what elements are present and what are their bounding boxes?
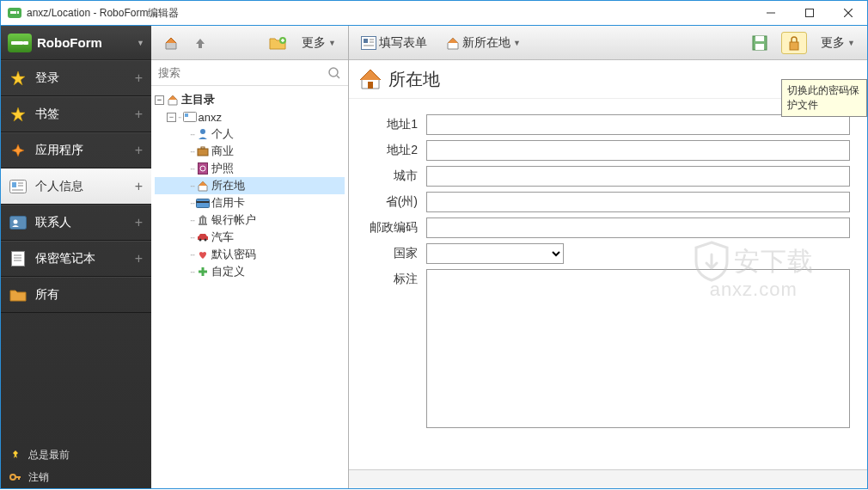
roboform-logo-icon: [8, 34, 32, 52]
search-icon[interactable]: [327, 66, 341, 80]
tree-item-location[interactable]: ···所在地: [155, 177, 345, 194]
svg-point-43: [205, 239, 207, 242]
main-more-menu[interactable]: 更多▼: [816, 33, 860, 53]
svg-rect-34: [199, 163, 208, 175]
svg-rect-40: [205, 218, 206, 224]
tree-item-car[interactable]: ···汽车: [155, 229, 345, 246]
briefcase-icon: [196, 144, 210, 158]
up-arrow-button[interactable]: [189, 34, 211, 52]
sidebar-item-label: 保密笔记本: [35, 251, 95, 266]
label-zip: 邮政编码: [358, 217, 426, 236]
state-input[interactable]: [426, 192, 850, 212]
svg-point-27: [329, 68, 338, 77]
always-on-top-toggle[interactable]: 总是最前: [1, 444, 151, 466]
tree-item-person[interactable]: ···个人: [155, 126, 345, 143]
tree-item-password[interactable]: ···默认密码: [155, 246, 345, 263]
tree-more-menu[interactable]: 更多 ▼: [296, 33, 341, 53]
sidebar-item-safenotes[interactable]: 保密笔记本 +: [1, 241, 151, 277]
home-button[interactable]: [158, 33, 184, 53]
tree-label: 护照: [211, 161, 234, 176]
tree-panel: 更多 ▼ − 主目录 − ·· anxz ···个人 ···商业 ···护照 ·…: [151, 26, 349, 488]
tree-item-custom[interactable]: ···自定义: [155, 263, 345, 280]
chevron-down-icon: ▼: [137, 39, 144, 47]
tree-item-creditcard[interactable]: ···信用卡: [155, 194, 345, 211]
logout-button[interactable]: 注销: [1, 466, 151, 488]
sidebar-item-all[interactable]: 所有: [1, 277, 151, 313]
window-titlebar: anxz/Location - RoboForm编辑器: [0, 0, 868, 26]
svg-rect-53: [755, 44, 764, 50]
tree-item-passport[interactable]: ···护照: [155, 160, 345, 177]
sidebar-item-bookmarks[interactable]: 书签 +: [1, 96, 151, 132]
plus-green-icon: [196, 265, 210, 279]
sidebar-item-login[interactable]: 登录 +: [1, 60, 151, 96]
svg-marker-9: [12, 144, 24, 156]
sidebar-item-label: 所有: [35, 287, 59, 303]
svg-rect-17: [12, 252, 25, 266]
close-button[interactable]: [828, 1, 867, 25]
brand-menu[interactable]: RoboForm ▼: [1, 26, 151, 60]
new-folder-button[interactable]: [264, 34, 291, 52]
svg-rect-38: [199, 218, 201, 224]
note-icon: [9, 250, 27, 267]
tree-folder-anxz[interactable]: − ·· anxz: [155, 108, 345, 126]
search-input[interactable]: [158, 66, 327, 79]
minimize-button[interactable]: [751, 1, 790, 25]
save-button[interactable]: [747, 33, 773, 53]
addr1-input[interactable]: [426, 114, 850, 135]
key-icon: [9, 471, 21, 483]
country-select[interactable]: [426, 243, 564, 264]
tree-item-bank[interactable]: ···银行帐户: [155, 211, 345, 229]
sidebar-item-identities[interactable]: 个人信息 +: [1, 168, 151, 205]
sidebar-item-label: 书签: [35, 107, 59, 122]
svg-rect-32: [198, 149, 208, 156]
heart-shield-icon: [196, 248, 210, 261]
footer-label: 注销: [28, 470, 49, 485]
collapse-icon[interactable]: −: [155, 95, 164, 105]
collapse-icon[interactable]: −: [167, 113, 176, 122]
main-toolbar: 填写表单 新所在地 ▼ 更多▼: [349, 26, 867, 60]
svg-rect-55: [368, 82, 373, 89]
city-input[interactable]: [426, 166, 850, 187]
svg-rect-39: [202, 218, 204, 224]
tree-label: 商业: [211, 144, 234, 159]
svg-rect-1: [10, 11, 16, 14]
svg-rect-15: [10, 217, 27, 230]
plus-icon: +: [135, 215, 143, 230]
footer-label: 总是最前: [28, 448, 70, 462]
tree-item-business[interactable]: ···商业: [155, 143, 345, 160]
pin-icon: [9, 449, 21, 461]
tree-label: 默认密码: [211, 247, 256, 262]
tree-label: 银行帐户: [211, 212, 256, 228]
tree-root[interactable]: − 主目录: [155, 91, 345, 108]
tree-label: 个人: [211, 126, 234, 142]
tree-connector: ··: [178, 113, 181, 122]
lock-toggle-button[interactable]: [781, 32, 807, 54]
svg-marker-7: [11, 71, 25, 85]
zip-input[interactable]: [426, 217, 850, 238]
search-row: [151, 60, 348, 86]
tree-label: 所在地: [211, 178, 245, 193]
svg-marker-8: [11, 107, 25, 121]
addr2-input[interactable]: [426, 140, 850, 161]
svg-point-21: [10, 475, 15, 480]
sidebar-item-contacts[interactable]: 联系人 +: [1, 205, 151, 241]
svg-rect-33: [201, 147, 205, 149]
sidebar-item-label: 应用程序: [35, 143, 83, 158]
fill-form-button[interactable]: 填写表单: [356, 33, 432, 53]
svg-rect-52: [755, 36, 764, 41]
label-addr2: 地址2: [358, 140, 426, 158]
sidebar-item-apps[interactable]: 应用程序 +: [1, 132, 151, 168]
card-icon: [196, 196, 210, 210]
svg-rect-54: [790, 42, 798, 50]
sidebar: RoboForm ▼ 登录 + 书签 + 应用程序 + 个人信息 + 联系人 +: [1, 26, 151, 488]
star-icon: [9, 70, 27, 87]
new-location-button[interactable]: 新所在地 ▼: [441, 33, 526, 53]
chevron-down-icon: ▼: [513, 39, 521, 47]
folder-icon: [9, 286, 27, 303]
chevron-down-icon: ▼: [847, 39, 855, 47]
tree-toolbar: 更多 ▼: [151, 26, 348, 60]
note-textarea[interactable]: [426, 269, 850, 428]
maximize-button[interactable]: [790, 1, 828, 25]
tree-view[interactable]: − 主目录 − ·· anxz ···个人 ···商业 ···护照 ···所在地…: [151, 86, 348, 488]
form-title: 所在地: [388, 68, 440, 91]
